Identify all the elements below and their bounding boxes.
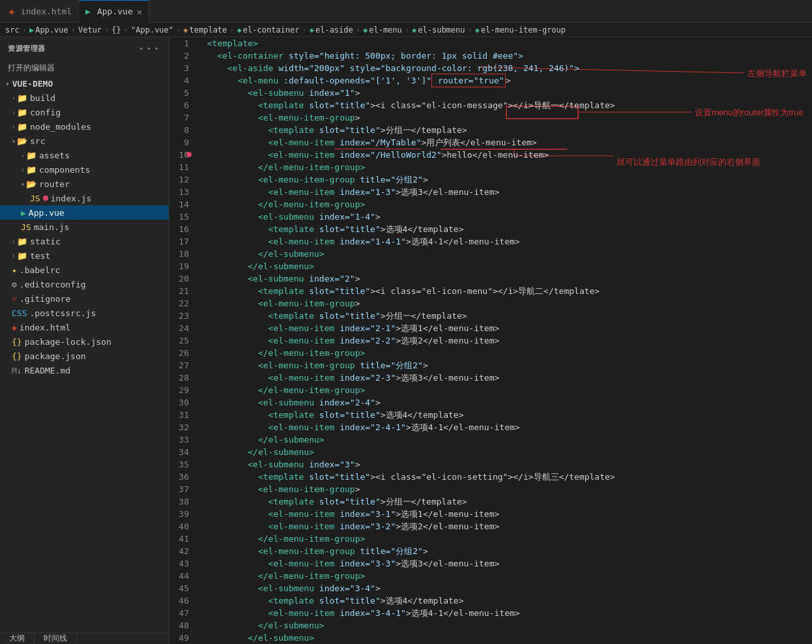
tree-item-label: .babelrc [20, 265, 61, 275]
line-num-8: 8 [175, 124, 189, 136]
code-line-48: </el-submenu> [197, 619, 799, 632]
line-num-11: 11 [175, 161, 189, 173]
breadcrumb-appvue-q: "App.vue" [131, 25, 173, 35]
code-line-34: </el-submenu> [197, 446, 799, 458]
code-line-33: </el-submenu> [197, 433, 799, 446]
code-line-27: <el-menu-item-group title="分组2"> [197, 359, 799, 372]
code-line-12: <el-menu-item-group title="分组2"> [197, 173, 799, 186]
babel-icon: ✦ [12, 265, 17, 275]
sidebar-item-gitignore[interactable]: ⑂.gitignore [0, 291, 169, 306]
vue-icon: ▶ [21, 208, 26, 218]
sidebar-item-main-js[interactable]: JSmain.js [0, 220, 169, 234]
line-num-39: 39 [175, 508, 189, 520]
breadcrumb-el-menu-icon: ◈ [363, 25, 368, 35]
line-num-18: 18 [175, 248, 189, 260]
sidebar: 资源管理器 ··· 打开的编辑器 ▾VUE-DEMO›📁build›📁confi… [0, 37, 169, 644]
sidebar-item-router[interactable]: ▾📂router [0, 177, 169, 191]
sidebar-item-src[interactable]: ▾📂src [0, 134, 169, 148]
tree-item-label: assets [39, 151, 70, 160]
line-num-9: 9 [175, 136, 189, 149]
breadcrumb-el-aside-icon: ◈ [310, 25, 314, 35]
line-num-26: 26 [175, 347, 189, 359]
line-num-48: 48 [175, 619, 189, 632]
code-line-31: <template slot="title">选项4</template> [197, 409, 799, 421]
code-line-1: <template> [197, 37, 799, 50]
code-container[interactable]: 1234567891011121314151617181920212223242… [169, 37, 812, 644]
line-num-32: 32 [175, 421, 189, 433]
sidebar-item-components[interactable]: ›📁components [0, 162, 169, 177]
tab-app-vue[interactable]: ▶ App.vue ✕ [79, 0, 149, 23]
line-modified-dot [186, 152, 192, 157]
sidebar-project-root[interactable]: ▾VUE-DEMO [0, 76, 169, 91]
sidebar-item-babelrc[interactable]: ✦.babelrc [0, 263, 169, 277]
line-num-24: 24 [175, 322, 189, 334]
line-num-35: 35 [175, 458, 189, 471]
sidebar-title: 资源管理器 ··· [0, 37, 169, 60]
code-line-5: <el-submenu index="1"> [197, 87, 799, 99]
breadcrumb-el-menu: el-menu [369, 25, 402, 35]
breadcrumb-src: src [5, 25, 20, 35]
sidebar-item-static[interactable]: ›📁static [0, 234, 169, 248]
tab-index-html[interactable]: ◈ index.html [3, 0, 79, 23]
sidebar-item-test[interactable]: ›📁test [0, 248, 169, 263]
breadcrumb-el-menu-item-group: el-menu-item-group [481, 25, 566, 35]
tree-item-label: index.js [51, 194, 92, 203]
line-num-40: 40 [175, 520, 189, 533]
code-line-29: </el-menu-item-group> [197, 384, 799, 396]
line-num-41: 41 [175, 533, 189, 545]
breadcrumb-el-container-icon: ◈ [237, 25, 242, 35]
code-line-21: <template slot="title"><i class="el-icon… [197, 285, 799, 297]
sidebar-item-package-lock[interactable]: {}package-lock.json [0, 334, 169, 349]
tab-close-icon[interactable]: ✕ [137, 7, 142, 17]
code-line-9: <el-menu-item index="/MyTable">用户列表</el-… [197, 136, 799, 149]
sidebar-timeline-tab[interactable]: 时间线 [35, 633, 77, 644]
tree-item-label: index.html [20, 323, 70, 332]
tree-item-label: router [39, 179, 70, 189]
line-num-16: 16 [175, 223, 189, 235]
sidebar-item-app-vue-tree[interactable]: ▶App.vue [0, 205, 169, 220]
sidebar-item-postcssrc[interactable]: CSS.postcssrc.js [0, 306, 169, 320]
code-line-39: <el-menu-item index="3-1">选项1</el-menu-i… [197, 508, 799, 520]
sidebar-item-build[interactable]: ›📁build [0, 91, 169, 105]
code-line-35: <el-submenu index="3"> [197, 458, 799, 471]
line-num-20: 20 [175, 272, 189, 285]
line-num-34: 34 [175, 446, 189, 458]
line-num-22: 22 [175, 297, 189, 310]
code-line-28: <el-menu-item index="2-3">选项3</el-menu-i… [197, 372, 799, 384]
sidebar-item-index-js[interactable]: JSindex.js [0, 191, 169, 205]
code-line-24: <el-menu-item index="2-1">选项1</el-menu-i… [197, 322, 799, 334]
code-line-22: <el-menu-item-group> [197, 297, 799, 310]
sidebar-open-editors[interactable]: 打开的编辑器 [0, 60, 169, 76]
sidebar-item-editorconfig[interactable]: ⚙.editorconfig [0, 277, 169, 291]
code-line-25: <el-menu-item index="2-2">选项2</el-menu-i… [197, 334, 799, 347]
sidebar-outline-tab[interactable]: 大纲 [0, 633, 35, 644]
line-num-30: 30 [175, 396, 189, 409]
breadcrumb-vetur: Vetur [78, 25, 102, 35]
line-num-43: 43 [175, 557, 189, 570]
line-num-4: 4 [175, 74, 189, 87]
code-body: 左侧导航栏菜单 设置menu的router属性为true 就可以通过菜单路由到对… [197, 37, 812, 644]
json-icon: {} [12, 337, 22, 347]
line-num-2: 2 [175, 50, 189, 62]
sidebar-tree: ▾VUE-DEMO›📁build›📁config›📁node_modules▾📂… [0, 76, 169, 377]
json-icon: {} [12, 351, 22, 361]
code-line-13: <el-menu-item index="1-3">选项3</el-menu-i… [197, 186, 799, 198]
line-num-44: 44 [175, 570, 189, 582]
sidebar-item-readme[interactable]: M↓README.md [0, 363, 169, 377]
breadcrumb-el-submenu-icon: ◈ [412, 25, 416, 35]
git-icon: ⑂ [12, 294, 17, 304]
modified-dot [43, 196, 48, 201]
breadcrumb-template-icon: ◈ [183, 25, 188, 35]
sidebar-more-icon[interactable]: ··· [138, 42, 161, 55]
code-line-23: <template slot="title">分组一</template> [197, 310, 799, 322]
line-num-5: 5 [175, 87, 189, 99]
tree-item-label: build [30, 93, 55, 103]
sidebar-item-package-json[interactable]: {}package.json [0, 349, 169, 363]
sidebar-title-label: 资源管理器 [8, 44, 46, 53]
sidebar-item-assets[interactable]: ›📁assets [0, 148, 169, 162]
code-line-38: <template slot="title">分组一</template> [197, 495, 799, 508]
code-line-17: <el-menu-item index="1-4-1">选项4-1</el-me… [197, 235, 799, 248]
sidebar-item-config[interactable]: ›📁config [0, 105, 169, 119]
sidebar-item-node_modules[interactable]: ›📁node_modules [0, 119, 169, 134]
sidebar-item-index-html[interactable]: ◈index.html [0, 320, 169, 334]
